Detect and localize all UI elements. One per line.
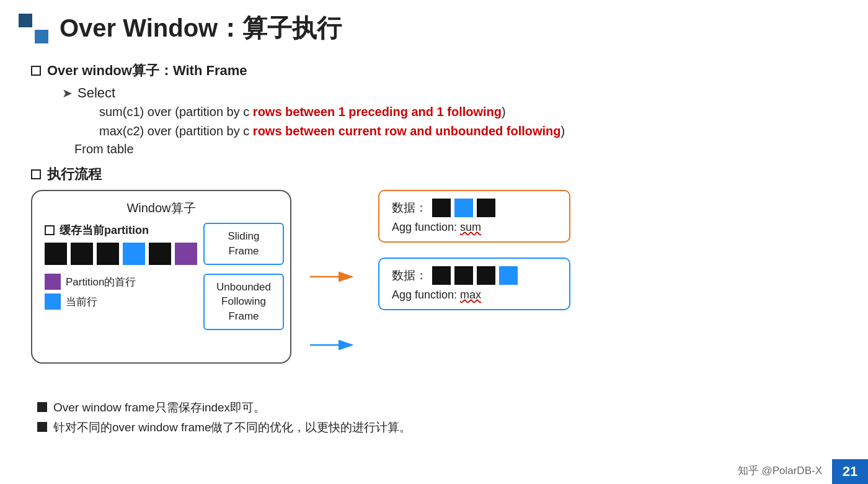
legend-area: Partition的首行 当前行 bbox=[45, 274, 197, 310]
result-data-row-max: 数据： bbox=[392, 266, 557, 285]
block-cyan bbox=[123, 243, 145, 265]
bullet-item-1: Over window frame只需保存index即可。 bbox=[37, 400, 837, 416]
checkbox-icon-1 bbox=[31, 66, 41, 76]
from-line: From table bbox=[74, 142, 837, 156]
rblk-max-2 bbox=[454, 266, 473, 285]
title-icon bbox=[19, 14, 48, 43]
section2-heading: 执行流程 bbox=[31, 165, 837, 184]
result-box-sum: 数据： Agg function: sum bbox=[378, 190, 570, 243]
block-dark-4 bbox=[149, 243, 171, 265]
icon-sq-light-blue-br bbox=[35, 30, 48, 43]
icon-sq-empty-tr bbox=[35, 14, 48, 27]
execution-section: 执行流程 Window算子 缓存当前partition bbox=[31, 165, 837, 388]
block-dark-2 bbox=[71, 243, 93, 265]
cache-label: 缓存当前partition bbox=[45, 223, 197, 238]
block-purple bbox=[175, 243, 197, 265]
result-data-row-sum: 数据： bbox=[392, 199, 557, 217]
footer: 知乎 @PolarDB-X 21 bbox=[738, 459, 868, 484]
code-indent: sum(c1) over (partition by c rows betwee… bbox=[99, 102, 837, 141]
frame-box-sliding: Sliding Frame bbox=[203, 223, 284, 265]
arrows-svg bbox=[310, 227, 360, 388]
rblk-max-cyan bbox=[499, 266, 518, 285]
window-inner: 缓存当前partition bbox=[45, 223, 278, 330]
block-dark-3 bbox=[97, 243, 119, 265]
icon-sq-blue-tl bbox=[19, 14, 32, 27]
arrows-container bbox=[310, 227, 360, 388]
legend-icon-purple bbox=[45, 274, 61, 290]
result-box-max: 数据： Agg function: max bbox=[378, 258, 570, 310]
main-content: Over window算子：With Frame ➤ Select sum(c1… bbox=[0, 52, 868, 446]
bullet-item-2: 针对不同的over window frame做了不同的优化，以更快的进行计算。 bbox=[37, 419, 837, 436]
diagram-area: Window算子 缓存当前partition bbox=[31, 190, 837, 388]
checkbox-icon-2 bbox=[31, 169, 41, 179]
window-left: 缓存当前partition bbox=[45, 223, 197, 330]
select-line: ➤ Select bbox=[62, 85, 837, 101]
arrow-right-icon: ➤ bbox=[62, 86, 73, 101]
code-line-2: max(c2) over (partition by c rows betwee… bbox=[99, 122, 837, 141]
page-title: Over Window：算子执行 bbox=[60, 11, 342, 45]
legend-row-2: 当前行 bbox=[45, 294, 197, 310]
frame-box-unbounded: UnboundedFollowingFrame bbox=[203, 274, 284, 330]
rblk-max-3 bbox=[477, 266, 495, 285]
section1-heading: Over window算子：With Frame bbox=[31, 61, 837, 80]
footer-page-number: 21 bbox=[832, 459, 868, 484]
bullet-icon-2 bbox=[37, 422, 47, 432]
footer-watermark: 知乎 @PolarDB-X bbox=[738, 464, 832, 484]
blocks-row bbox=[45, 243, 197, 265]
code-section: ➤ Select sum(c1) over (partition by c ro… bbox=[62, 85, 837, 156]
right-boxes: 数据： Agg function: sum 数据： bbox=[378, 190, 570, 310]
agg-label-sum: Agg function: sum bbox=[392, 221, 557, 234]
bullet-icon-1 bbox=[37, 402, 47, 412]
legend-row-1: Partition的首行 bbox=[45, 274, 197, 290]
code-line-1: sum(c1) over (partition by c rows betwee… bbox=[99, 102, 837, 122]
rblk-2 bbox=[477, 199, 495, 217]
block-dark-1 bbox=[45, 243, 67, 265]
window-box: Window算子 缓存当前partition bbox=[31, 190, 291, 364]
rblk-cyan bbox=[454, 199, 473, 217]
rblk-1 bbox=[432, 199, 451, 217]
legend-icon-cyan bbox=[45, 294, 61, 310]
bullets-section: Over window frame只需保存index即可。 针对不同的over … bbox=[31, 400, 837, 436]
checkbox-icon-3 bbox=[45, 225, 55, 235]
agg-label-max: Agg function: max bbox=[392, 289, 557, 302]
slide: Over Window：算子执行 Over window算子：With Fram… bbox=[0, 0, 868, 484]
icon-sq-empty-bl bbox=[19, 30, 32, 43]
window-right: Sliding Frame UnboundedFollowingFrame bbox=[203, 223, 284, 330]
window-box-title: Window算子 bbox=[45, 200, 278, 217]
title-bar: Over Window：算子执行 bbox=[0, 0, 868, 52]
rblk-max-1 bbox=[432, 266, 451, 285]
